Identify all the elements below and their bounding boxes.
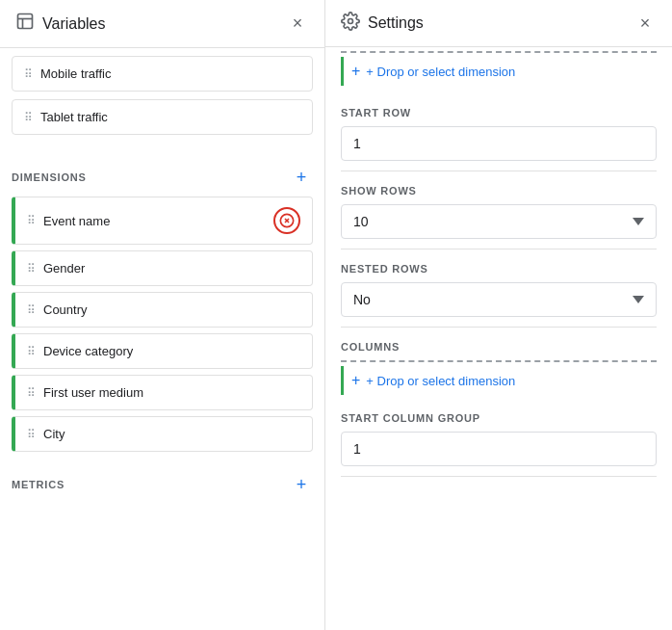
settings-icon bbox=[341, 12, 360, 35]
list-item[interactable]: ⠿ Event name bbox=[12, 197, 313, 245]
svg-point-6 bbox=[349, 19, 353, 24]
start-col-label: START COLUMN GROUP bbox=[341, 412, 657, 424]
list-item[interactable]: ⠿ City bbox=[12, 416, 313, 452]
list-item[interactable]: ⠿ Gender bbox=[12, 250, 313, 286]
metrics-section-header: METRICS + bbox=[0, 461, 324, 504]
dimensions-label: DIMENSIONS bbox=[12, 171, 87, 183]
dimension-label: Gender bbox=[43, 261, 85, 276]
show-rows-group: SHOW ROWS 10 25 50 100 bbox=[341, 171, 657, 249]
right-panel-header: Settings × bbox=[325, 0, 672, 47]
variables-icon bbox=[15, 12, 35, 36]
rows-section-top: + + Drop or select dimension bbox=[341, 47, 657, 93]
left-panel-header: Variables × bbox=[0, 0, 324, 48]
list-item[interactable]: ⠿ Mobile traffic bbox=[12, 56, 313, 92]
drag-handle-icon: ⠿ bbox=[27, 214, 36, 227]
show-rows-select[interactable]: 10 25 50 100 bbox=[341, 204, 657, 239]
variables-title: Variables bbox=[15, 12, 106, 36]
left-panel-close-button[interactable]: × bbox=[286, 13, 309, 36]
start-col-group: START COLUMN GROUP bbox=[341, 399, 657, 477]
settings-title: Settings bbox=[341, 12, 424, 35]
columns-section: COLUMNS + + Drop or select dimension bbox=[341, 328, 657, 399]
rows-drop-label: + Drop or select dimension bbox=[366, 65, 515, 79]
left-panel: Variables × ⠿ Mobile traffic ⠿ Tablet tr… bbox=[0, 0, 325, 630]
dimension-label: City bbox=[43, 427, 65, 441]
dimension-label: Event name bbox=[43, 214, 110, 228]
variable-label: Mobile traffic bbox=[40, 66, 111, 81]
remove-dimension-button[interactable] bbox=[273, 207, 300, 234]
drag-handle-icon: ⠿ bbox=[24, 111, 33, 124]
right-panel-close-button[interactable]: × bbox=[633, 12, 657, 35]
dimension-label: First user medium bbox=[43, 385, 143, 400]
plus-icon: + bbox=[351, 63, 360, 80]
list-item[interactable]: ⠿ Device category bbox=[12, 333, 313, 369]
drag-handle-icon: ⠿ bbox=[27, 303, 36, 317]
list-item[interactable]: ⠿ Country bbox=[12, 292, 313, 328]
show-rows-label: SHOW ROWS bbox=[341, 185, 657, 197]
variables-list: ⠿ Mobile traffic ⠿ Tablet traffic bbox=[0, 48, 324, 150]
rows-drop-zone-top[interactable]: + + Drop or select dimension bbox=[341, 57, 657, 86]
add-dimension-button[interactable]: + bbox=[290, 166, 313, 189]
start-col-input[interactable] bbox=[341, 432, 657, 466]
right-panel: Settings × + + Drop or select dimension … bbox=[325, 0, 672, 630]
nested-rows-select[interactable]: No Yes bbox=[341, 282, 657, 317]
add-metric-button[interactable]: + bbox=[290, 473, 313, 496]
dimension-label: Device category bbox=[43, 344, 133, 358]
metrics-label: METRICS bbox=[12, 479, 65, 490]
columns-label: COLUMNS bbox=[341, 341, 657, 353]
drag-handle-icon: ⠿ bbox=[27, 345, 36, 358]
list-item[interactable]: ⠿ First user medium bbox=[12, 375, 313, 410]
nested-rows-label: NESTED ROWS bbox=[341, 263, 657, 275]
start-row-input[interactable] bbox=[341, 126, 657, 161]
variable-label: Tablet traffic bbox=[40, 110, 108, 124]
drag-handle-icon: ⠿ bbox=[27, 386, 36, 400]
list-item[interactable]: ⠿ Tablet traffic bbox=[12, 99, 313, 135]
svg-rect-0 bbox=[18, 14, 33, 29]
drag-handle-icon: ⠿ bbox=[27, 262, 36, 276]
nested-rows-group: NESTED ROWS No Yes bbox=[341, 249, 657, 328]
settings-body: + + Drop or select dimension START ROW S… bbox=[325, 47, 672, 477]
settings-title-text: Settings bbox=[368, 14, 424, 32]
variables-title-text: Variables bbox=[42, 15, 106, 33]
dimensions-list: ⠿ Event name ⠿ Gender ⠿ Country ⠿ Device… bbox=[0, 197, 324, 458]
columns-drop-label: + Drop or select dimension bbox=[366, 374, 515, 388]
columns-drop-zone[interactable]: + + Drop or select dimension bbox=[341, 366, 657, 395]
drag-handle-icon: ⠿ bbox=[24, 67, 33, 81]
dimension-label: Country bbox=[43, 302, 88, 317]
start-row-label: START ROW bbox=[341, 107, 657, 118]
plus-icon: + bbox=[351, 372, 360, 389]
dimensions-section-header: DIMENSIONS + bbox=[0, 154, 324, 197]
drag-handle-icon: ⠿ bbox=[27, 428, 36, 441]
start-row-group: START ROW bbox=[341, 93, 657, 171]
